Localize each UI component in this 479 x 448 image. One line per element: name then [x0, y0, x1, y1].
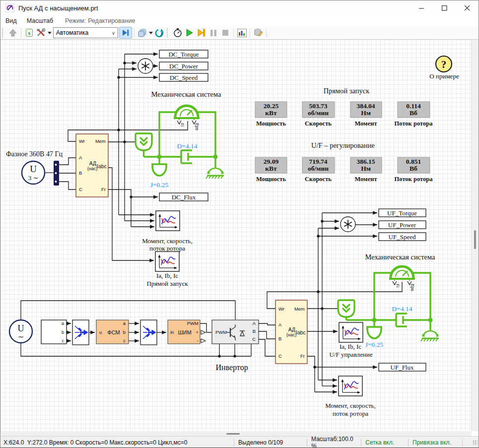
- run-button[interactable]: [184, 27, 196, 38]
- gauge-port-eps: Eps: [195, 123, 200, 130]
- abc-source-block[interactable]: a b c: [41, 320, 67, 344]
- ground-block[interactable]: [421, 331, 439, 341]
- motor-block-2[interactable]: Wr A B C Mem АД (нас) Iabc Fr: [275, 300, 307, 364]
- voltage-source-dc[interactable]: U ∼: [9, 320, 32, 343]
- stopwatch-icon: [173, 28, 183, 38]
- svg-text:Fr: Fr: [300, 353, 305, 359]
- svg-text:Нм: Нм: [361, 165, 371, 172]
- fsm-block[interactable]: u ФСМ a b c: [96, 320, 129, 344]
- timer-button[interactable]: [172, 27, 184, 38]
- sync-button[interactable]: [153, 27, 165, 38]
- shim-block[interactable]: in ШИМ PWM + -: [168, 320, 205, 344]
- meter-power-1[interactable]: 20.25 кВт Мощность: [255, 102, 287, 127]
- charts-button[interactable]: [236, 27, 248, 38]
- script-icon: s: [25, 28, 34, 37]
- maximize-button[interactable]: [433, 0, 456, 15]
- tools-dropdown-caret[interactable]: [47, 27, 52, 38]
- block-dc-power[interactable]: DC_Power: [159, 62, 208, 70]
- tools-button[interactable]: [35, 27, 47, 38]
- ground-block[interactable]: [206, 168, 224, 179]
- status-selected: Выделено 0/109: [234, 439, 307, 447]
- pause-button[interactable]: [207, 27, 219, 38]
- svg-text:UF_Torque: UF_Torque: [387, 209, 417, 217]
- inertia-block[interactable]: [152, 164, 166, 176]
- svg-text:Fr: Fr: [101, 187, 106, 192]
- meter-torque-1[interactable]: 384.04 Нм Момент: [350, 102, 382, 127]
- scope1-label2: поток ротора: [149, 245, 185, 252]
- meter-speed-1[interactable]: 503.73 об/мин Скорость: [302, 102, 335, 127]
- schematic-canvas[interactable]: DC_Torque DC_Power DC_Speed DC_Flux Меха…: [0, 40, 472, 431]
- layers-dropdown-caret[interactable]: [148, 27, 153, 38]
- mech-system-1[interactable]: Fi Eps D=4.14 J=0.25: [136, 106, 224, 189]
- toolbar-grip[interactable]: [167, 28, 170, 37]
- motor-block-1[interactable]: Wr A B C Mem АД (нас) Iabc Fr: [76, 134, 108, 197]
- database-edit-button[interactable]: [252, 27, 264, 38]
- mux-block-1[interactable]: [72, 320, 89, 345]
- block-dc-flux[interactable]: DC_Flux: [159, 193, 208, 201]
- scope-block-2[interactable]: [155, 252, 179, 271]
- meter-flux-2[interactable]: 0.851 Вб Поток ротора: [395, 157, 433, 183]
- svg-text:503.73: 503.73: [309, 102, 327, 110]
- svg-text:Момент: Момент: [354, 120, 377, 127]
- svg-text:a: a: [62, 321, 64, 326]
- minimize-button[interactable]: [410, 0, 433, 15]
- svg-text:C: C: [79, 187, 82, 192]
- block-uf-power[interactable]: UF_Power: [379, 221, 426, 229]
- status-snap-toggle[interactable]: Привязка вкл.: [408, 439, 462, 447]
- torque-source-block[interactable]: [136, 133, 152, 150]
- script-button[interactable]: s: [23, 27, 35, 38]
- svg-text:c: c: [62, 338, 65, 343]
- scope-block-3[interactable]: [339, 322, 363, 342]
- bar-chart-icon: [237, 29, 247, 37]
- toolbar-grip[interactable]: [2, 28, 5, 37]
- stop-button[interactable]: [219, 27, 231, 38]
- svg-text:386.15: 386.15: [356, 158, 375, 165]
- multiplier-block-2[interactable]: [341, 217, 355, 232]
- meter-power-2[interactable]: 29.09 кВт Мощность: [255, 157, 287, 183]
- vertical-scrollbar[interactable]: [471, 40, 479, 431]
- block-uf-speed[interactable]: UF_Speed: [379, 233, 426, 241]
- app-window: Пуск АД с насыщением.prt Вид Масштаб Реж…: [0, 0, 479, 448]
- svg-text:Wr: Wr: [278, 306, 284, 312]
- svg-text:Wr: Wr: [79, 138, 85, 144]
- svg-text:Скорость: Скорость: [305, 120, 332, 127]
- svg-text:Нм: Нм: [361, 109, 371, 117]
- mode-select[interactable]: Автоматика ∨: [53, 27, 118, 38]
- close-button[interactable]: [456, 0, 479, 15]
- svg-text:(нас): (нас): [87, 166, 97, 171]
- svg-text:UF_Flux: UF_Flux: [391, 364, 414, 371]
- voltage-source-3ph[interactable]: U 3 ∼: [22, 161, 45, 184]
- svg-text:Скорость: Скорость: [305, 176, 332, 183]
- meter-flux-1[interactable]: 0.114 Вб Поток ротора: [395, 102, 433, 127]
- horizontal-scrollbar-thumb[interactable]: [226, 433, 240, 435]
- menu-view[interactable]: Вид: [0, 16, 22, 25]
- meter-torque-2[interactable]: 386.15 Нм Момент: [350, 157, 382, 183]
- mux-block-2[interactable]: [140, 320, 157, 345]
- status-grid-toggle[interactable]: Сетка вкл.: [361, 439, 408, 447]
- scope1-label: Момент, скорость,: [142, 237, 193, 245]
- meter-speed-2[interactable]: 719.74 об/мин Скорость: [302, 157, 335, 183]
- run-to-end-button[interactable]: [196, 27, 207, 38]
- up-level-button[interactable]: [7, 27, 19, 38]
- resize-grip[interactable]: [473, 440, 478, 445]
- scope-block-1[interactable]: [156, 211, 180, 231]
- inertia-block[interactable]: [367, 327, 381, 338]
- vertical-scrollbar-thumb[interactable]: [474, 230, 476, 249]
- horizontal-scrollbar[interactable]: [0, 431, 472, 436]
- step-mode-button[interactable]: [119, 27, 132, 39]
- bus-connector[interactable]: [54, 161, 59, 186]
- toolbar: s Автоматика ∨: [0, 26, 479, 40]
- block-uf-flux[interactable]: UF_Flux: [379, 363, 426, 371]
- block-dc-speed[interactable]: DC_Speed: [159, 73, 208, 81]
- torque-source-block[interactable]: [338, 300, 354, 317]
- scope-block-4[interactable]: [339, 376, 362, 396]
- inverter-block[interactable]: PWM A B C: [212, 320, 259, 344]
- block-dc-torque[interactable]: DC_Torque: [159, 50, 208, 58]
- gauge-block[interactable]: [174, 106, 200, 124]
- title-bar: Пуск АД с насыщением.prt: [0, 0, 479, 15]
- layers-button[interactable]: [137, 27, 148, 38]
- about-example-button[interactable]: ? О примере: [429, 56, 459, 80]
- block-uf-torque[interactable]: UF_Torque: [379, 209, 426, 217]
- menu-zoom[interactable]: Масштаб: [22, 16, 58, 25]
- multiplier-block[interactable]: [138, 59, 153, 73]
